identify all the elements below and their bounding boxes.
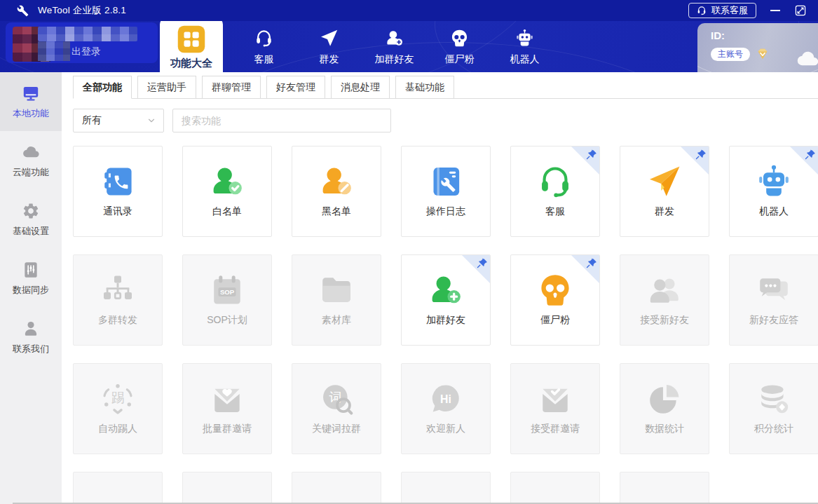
tab-group-management[interactable]: 群聊管理 (202, 76, 261, 99)
feature-card-label: 新好友应答 (749, 314, 798, 327)
feature-card-hidden-23[interactable] (292, 472, 381, 504)
feature-card-hidden-24[interactable] (401, 472, 491, 504)
pin-icon (695, 149, 707, 161)
feature-card-person-block-2[interactable]: 黑名单 (292, 146, 381, 237)
feature-card-org-chart-7[interactable]: 多群转发 (73, 254, 163, 346)
sidebar-item-local-features[interactable]: 本地功能 (0, 72, 62, 131)
contact-support-label: 联系客服 (711, 4, 748, 17)
feature-card-coins-20[interactable]: 积分统计 (729, 363, 818, 454)
nav-tab-label: 功能大全 (170, 57, 212, 70)
headset-icon (254, 29, 273, 48)
wetool-window: WeTool 企业版 2.8.1 联系客服 出登录 功能大全 (0, 0, 818, 504)
feature-card-hi-bubble-17[interactable]: Hi欢迎新人 (401, 363, 491, 454)
feature-card-label: 僵尸粉 (540, 314, 570, 327)
feature-card-hidden-22[interactable] (182, 472, 272, 504)
svg-text:Hi: Hi (440, 393, 451, 405)
people-icon (647, 273, 682, 308)
username-redacted (38, 41, 70, 61)
nav-tab-label: 加群好友 (375, 53, 414, 66)
feature-card-mail-heart-15[interactable]: 批量群邀请 (182, 363, 272, 454)
person-check-icon (210, 164, 245, 199)
tab-all-functions[interactable]: 全部功能 (73, 76, 132, 99)
feature-card-hidden-21[interactable] (73, 472, 163, 504)
folder-icon (319, 273, 354, 308)
feature-card-hidden-26[interactable] (620, 472, 709, 504)
feature-card-contacts-0[interactable]: 通讯录 (73, 146, 163, 237)
feature-card-label: 机器人 (759, 205, 789, 218)
feature-card-hidden-25[interactable] (510, 472, 600, 504)
tab-operation-assistant[interactable]: 运营助手 (137, 76, 196, 99)
logout-link[interactable]: 出登录 (71, 46, 101, 58)
nav-tab-feature-center[interactable]: 功能大全 (160, 21, 223, 72)
pin-icon (585, 149, 597, 161)
nav-tab-customer-service[interactable]: 客服 (231, 29, 296, 66)
category-select[interactable]: 所有 (73, 109, 164, 132)
feature-card-pie-chart-19[interactable]: 数据统计 (620, 363, 709, 454)
feature-card-log-book-3[interactable]: 操作日志 (401, 146, 491, 237)
robot-icon (756, 164, 791, 199)
sidebar-item-contact-us[interactable]: 联系我们 (0, 308, 62, 367)
feature-card-label: 接受新好友 (640, 314, 689, 327)
sidebar-item-data-sync[interactable]: 数据同步 (0, 249, 62, 308)
feature-card-person-check-1[interactable]: 白名单 (182, 146, 272, 237)
search-input[interactable] (172, 109, 391, 132)
sidebar-item-label: 本地功能 (13, 107, 49, 120)
person-add-icon (428, 273, 463, 308)
hidden-icon (428, 490, 463, 504)
feature-card-label: 批量群邀请 (203, 423, 252, 435)
feature-card-chat-bubbles-13[interactable]: 新好友应答 (729, 254, 818, 346)
feature-card-plane-orange-5[interactable]: 群发 (620, 146, 709, 237)
sidebar-item-basic-settings[interactable]: 基础设置 (0, 190, 62, 249)
feature-card-label: 白名单 (212, 205, 242, 218)
nav-tab-label: 僵尸粉 (445, 53, 475, 66)
person-block-icon (319, 164, 354, 199)
monitor-icon (22, 84, 40, 102)
cloud-icon (22, 143, 40, 161)
id-label: ID: (711, 29, 818, 41)
feature-card-folder-9[interactable]: 素材库 (292, 254, 381, 346)
feature-card-label: 黑名单 (322, 205, 351, 218)
feature-card-sop-calendar-8[interactable]: SOPSOP计划 (182, 254, 272, 346)
svg-text:SOP: SOP (220, 288, 235, 296)
hidden-icon (100, 490, 135, 504)
nav-tab-robot[interactable]: 机器人 (492, 29, 557, 66)
user-account-chip[interactable]: 出登录 (6, 22, 158, 63)
tab-friend-management[interactable]: 好友管理 (266, 76, 325, 99)
kick-icon: 踢 (100, 381, 135, 416)
svg-text:词: 词 (329, 390, 341, 404)
top-nav: 出登录 功能大全 客服 群发 加群好友 僵尸粉 (0, 21, 818, 72)
nav-tab-zombie-fans[interactable]: 僵尸粉 (427, 29, 492, 66)
feature-card-keyword-16[interactable]: 词关键词拉群 (292, 363, 381, 454)
feature-card-skull-11[interactable]: 僵尸粉 (510, 254, 600, 346)
nav-tab-add-group-friends[interactable]: 加群好友 (362, 29, 427, 66)
nav-tab-mass-send[interactable]: 群发 (296, 29, 362, 66)
tab-message-processing[interactable]: 消息处理 (331, 76, 390, 99)
hidden-icon (319, 490, 354, 504)
contacts-icon (100, 164, 135, 199)
feature-card-headset-4[interactable]: 客服 (510, 146, 600, 237)
wrench-logo-icon (17, 5, 29, 17)
grid-icon (177, 25, 206, 54)
sidebar-item-cloud-features[interactable]: 云端功能 (0, 131, 62, 190)
hi-bubble-icon: Hi (428, 381, 463, 416)
feature-card-label: 欢迎新人 (426, 423, 465, 435)
contact-support-button[interactable]: 联系客服 (688, 3, 756, 18)
feature-card-label: 积分统计 (754, 423, 793, 435)
sidebar-item-label: 基础设置 (13, 225, 49, 238)
maximize-icon[interactable] (794, 4, 807, 17)
feature-card-people-12[interactable]: 接受新好友 (620, 254, 709, 346)
chevron-down-icon (146, 116, 156, 125)
feature-card-label: 素材库 (322, 314, 351, 327)
minimize-icon[interactable] (770, 10, 780, 11)
pie-chart-icon (647, 381, 682, 416)
feature-card-label: 数据统计 (645, 423, 684, 435)
mail-heart-icon (210, 381, 245, 416)
feature-card-label: 加群好友 (426, 314, 465, 327)
feature-card-kick-14[interactable]: 踢自动踢人 (73, 363, 163, 454)
feature-card-robot-6[interactable]: 机器人 (729, 146, 818, 237)
tab-basic-functions[interactable]: 基础功能 (395, 76, 454, 99)
feature-card-mail-check-18[interactable]: 接受群邀请 (510, 363, 600, 454)
coins-icon (756, 381, 791, 416)
robot-icon (515, 29, 534, 48)
feature-card-person-add-10[interactable]: 加群好友 (401, 254, 491, 346)
